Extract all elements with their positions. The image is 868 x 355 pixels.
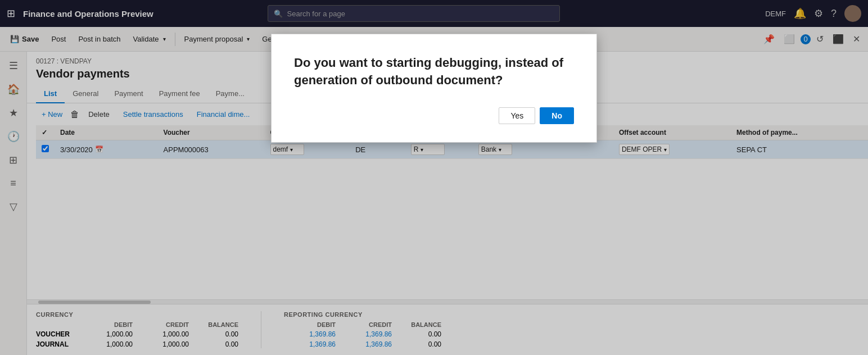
dialog-overlay: Do you want to starting debugging, inste… (0, 0, 868, 355)
no-button[interactable]: No (540, 107, 574, 124)
dialog-buttons: Yes No (294, 107, 574, 124)
dialog-message: Do you want to starting debugging, inste… (294, 54, 574, 89)
dialog-box: Do you want to starting debugging, inste… (271, 34, 597, 143)
yes-button[interactable]: Yes (499, 107, 535, 124)
